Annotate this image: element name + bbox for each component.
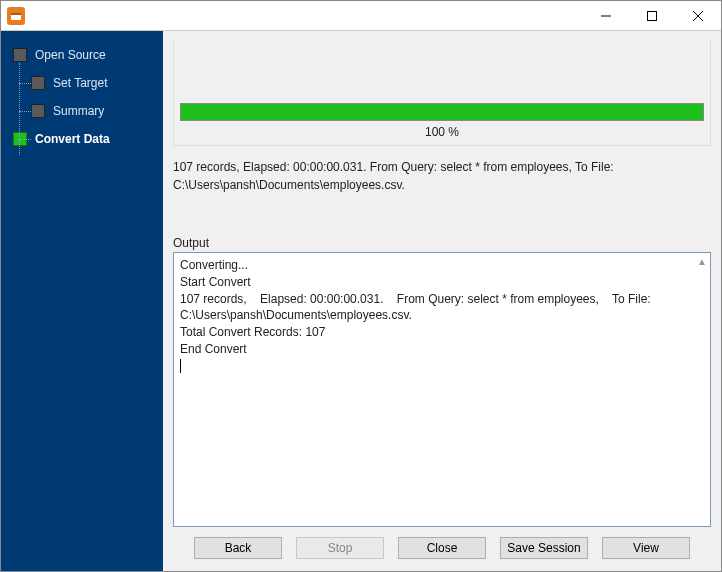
close-button[interactable]: Close — [398, 537, 486, 559]
stop-button: Stop — [296, 537, 384, 559]
progress-percent-label: 100 % — [180, 125, 704, 139]
save-session-button[interactable]: Save Session — [500, 537, 588, 559]
progress-group: 100 % — [173, 41, 711, 146]
progress-fill — [181, 104, 703, 120]
titlebar — [1, 1, 721, 31]
svg-rect-1 — [11, 13, 21, 15]
maximize-button[interactable] — [629, 1, 675, 31]
progress-bar — [180, 103, 704, 121]
sidebar-item-label: Convert Data — [35, 132, 110, 146]
main-window: Open Source Set Target Summary Convert D… — [0, 0, 722, 572]
sidebar-item-label: Open Source — [35, 48, 106, 62]
sidebar-item-open-source[interactable]: Open Source — [1, 41, 163, 69]
close-window-button[interactable] — [675, 1, 721, 31]
main-panel: 100 % 107 records, Elapsed: 00:00:00.031… — [163, 31, 721, 571]
app-icon — [7, 7, 25, 25]
minimize-button[interactable] — [583, 1, 629, 31]
status-text: 107 records, Elapsed: 00:00:00.031. From… — [173, 158, 711, 194]
back-button[interactable]: Back — [194, 537, 282, 559]
step-box-icon — [31, 104, 45, 118]
output-textarea[interactable]: Converting... Start Convert 107 records,… — [173, 252, 711, 527]
output-label: Output — [173, 236, 711, 250]
step-box-icon — [31, 76, 45, 90]
view-button[interactable]: View — [602, 537, 690, 559]
sidebar-item-label: Set Target — [53, 76, 107, 90]
output-content: Converting... Start Convert 107 records,… — [180, 258, 654, 356]
button-row: Back Stop Close Save Session View — [163, 527, 721, 571]
step-box-icon — [13, 48, 27, 62]
scroll-up-icon[interactable]: ▲ — [696, 255, 708, 269]
wizard-sidebar: Open Source Set Target Summary Convert D… — [1, 31, 163, 571]
sidebar-item-label: Summary — [53, 104, 104, 118]
svg-rect-3 — [648, 11, 657, 20]
